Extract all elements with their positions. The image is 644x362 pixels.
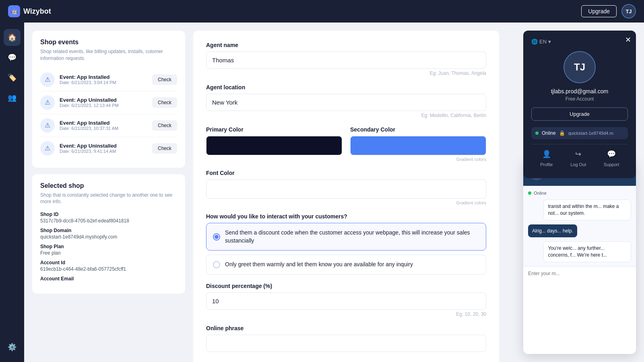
sidebar: 🏠 💬 🏷️ 👥 ⚙️ (0, 23, 24, 362)
event-date-3: Date: 6/21/2023, 9:41:14 AM (60, 149, 147, 154)
upgrade-button[interactable]: Upgrade (581, 5, 617, 17)
sidebar-item-chat[interactable]: 💬 (4, 49, 21, 66)
color-row: Primary Color Secondary Color Gradient c… (206, 126, 486, 162)
online-phrase-group: Online phrase (206, 325, 486, 352)
sidebar-item-settings[interactable]: ⚙️ (4, 339, 21, 356)
secondary-color-swatch[interactable] (350, 136, 486, 155)
sidebar-item-home[interactable]: 🏠 (4, 29, 21, 46)
dropdown-close-button[interactable]: ✕ (625, 35, 631, 44)
chat-status: Online (528, 191, 631, 195)
interaction-group: How would you like to interact with your… (206, 213, 486, 275)
check-button-0[interactable]: Check (152, 74, 177, 85)
shop-events-subtitle: Shop related events, like billing update… (40, 48, 177, 62)
brand-name: Wizybot (23, 7, 51, 16)
event-icon-2: ⚠ (40, 118, 55, 133)
agent-location-input[interactable] (206, 94, 486, 111)
user-avatar-button[interactable]: TJ (621, 4, 636, 19)
user-dropdown-plan: Free Account (531, 96, 628, 102)
chat-message-1: Alrig... days... help. (528, 224, 577, 238)
user-dropdown-avatar: TJ (564, 51, 596, 83)
logout-icon: ↪ (572, 148, 585, 160)
shop-events-title: Shop events (40, 39, 177, 46)
primary-color-swatch[interactable] (206, 136, 342, 155)
event-details-3: Event: App Uninstalled Date: 6/21/2023, … (60, 143, 147, 154)
event-name-3: Event: App Uninstalled (60, 143, 147, 149)
online-phrase-input[interactable] (206, 335, 486, 352)
settings-icon: ⚙️ (8, 343, 17, 352)
agent-location-label: Agent location (206, 84, 486, 90)
discount-pct-label: Discount percentage (%) (206, 283, 486, 289)
event-item: ⚠ Event: App Installed Date: 6/21/2023, … (40, 114, 177, 137)
left-panel: Shop events Shop related events, like bi… (32, 31, 185, 354)
support-action[interactable]: 💬 Support (604, 148, 619, 167)
primary-color-group: Primary Color (206, 126, 342, 162)
support-label: Support (604, 162, 619, 167)
profile-action[interactable]: 👤 Profile (540, 148, 553, 167)
chat-message-2: You're welc... any further... concerns, … (543, 241, 631, 262)
account-id-label: Account Id (40, 260, 177, 265)
chat-icon: 💬 (8, 53, 17, 62)
radio-option-discount[interactable]: Send them a discount code when the custo… (206, 223, 486, 251)
shop-domain-value: quickstart-1e8749d4.myshopify.com (40, 234, 177, 240)
logout-action[interactable]: ↪ Log Out (570, 148, 586, 167)
event-details-2: Event: App Installed Date: 6/21/2023, 10… (60, 120, 147, 131)
event-item: ⚠ Event: App Uninstalled Date: 6/21/2023… (40, 91, 177, 114)
agent-name-hint: Eg: Juan, Thomas, Angela (206, 70, 486, 76)
agent-form-card: Agent name Eg: Juan, Thomas, Angela Agen… (193, 31, 499, 362)
agent-location-group: Agent location Eg: Medellin, California,… (206, 84, 486, 118)
chat-status-text: Online (534, 191, 547, 195)
event-icon-1: ⚠ (40, 95, 55, 110)
radio-btn-greet (213, 261, 220, 268)
account-email-row: Account Email (40, 276, 177, 282)
event-details-0: Event: App Installed Date: 6/21/2023, 3:… (60, 74, 147, 85)
agent-name-input[interactable] (206, 51, 486, 69)
chat-widget: 👤 Ch... Th... Online transit and within … (523, 159, 636, 354)
online-status-dot (535, 132, 539, 135)
chat-body: Online transit and within the m... make … (523, 186, 636, 266)
online-phrase-label: Online phrase (206, 325, 486, 331)
discount-pct-group: Discount percentage (%) Eg: 10, 20, 30 (206, 283, 486, 317)
support-icon: 💬 (605, 148, 618, 160)
tags-icon: 🏷️ (8, 73, 17, 82)
navbar-right: Upgrade TJ (581, 4, 636, 19)
radio-label-greet: Only greet them warmly and let them know… (225, 261, 413, 269)
lock-icon: 🔒 (559, 130, 565, 136)
primary-color-label: Primary Color (206, 126, 342, 133)
font-color-label: Font Color (206, 170, 486, 176)
user-dropdown: 🌐 EN ▾ ✕ TJ tjlabs.prod@gmail.com Free A… (523, 31, 636, 178)
sidebar-item-tags[interactable]: 🏷️ (4, 69, 21, 86)
radio-option-greet[interactable]: Only greet them warmly and let them know… (206, 255, 486, 275)
check-button-2[interactable]: Check (152, 120, 177, 131)
event-date-0: Date: 6/21/2023, 3:04:14 PM (60, 80, 147, 85)
interaction-label: How would you like to interact with your… (206, 213, 486, 220)
lang-label: EN (539, 39, 547, 45)
brand: 🤖 Wizybot (8, 5, 51, 17)
chat-status-dot (528, 191, 531, 195)
chevron-down-icon: ▾ (548, 39, 551, 45)
radio-btn-discount (213, 233, 220, 241)
shop-id-label: Shop ID (40, 212, 177, 217)
chat-footer (523, 266, 636, 280)
check-button-1[interactable]: Check (152, 97, 177, 108)
event-icon-3: ⚠ (40, 141, 55, 156)
chat-input[interactable] (528, 271, 631, 276)
discount-pct-input[interactable] (206, 292, 486, 310)
account-id-value: 619ecb1b-c464-48e2-bfa6-057725cfcff1 (40, 266, 177, 272)
font-color-swatch[interactable] (206, 179, 486, 199)
event-name-2: Event: App Installed (60, 120, 147, 126)
lang-row: 🌐 EN ▾ (531, 39, 628, 45)
gradient-colors-hint: Gradient colors (350, 157, 486, 162)
sidebar-item-users[interactable]: 👥 (4, 89, 21, 106)
shop-domain-row: Shop Domain quickstart-1e8749d4.myshopif… (40, 228, 177, 240)
shop-plan-row: Shop Plan Free plan (40, 244, 177, 256)
profile-label: Profile (540, 162, 553, 167)
dropdown-upgrade-button[interactable]: Upgrade (531, 107, 628, 121)
check-button-3[interactable]: Check (152, 143, 177, 154)
event-name-0: Event: App Installed (60, 74, 147, 80)
user-dropdown-email: tjlabs.prod@gmail.com (531, 88, 628, 95)
event-date-1: Date: 6/21/2023, 12:13:44 PM (60, 103, 147, 108)
account-email-label: Account Email (40, 276, 177, 282)
brand-icon: 🤖 (8, 5, 20, 17)
dropdown-actions: 👤 Profile ↪ Log Out 💬 Support (531, 144, 628, 170)
event-date-2: Date: 6/21/2023, 10:37:31 AM (60, 126, 147, 131)
